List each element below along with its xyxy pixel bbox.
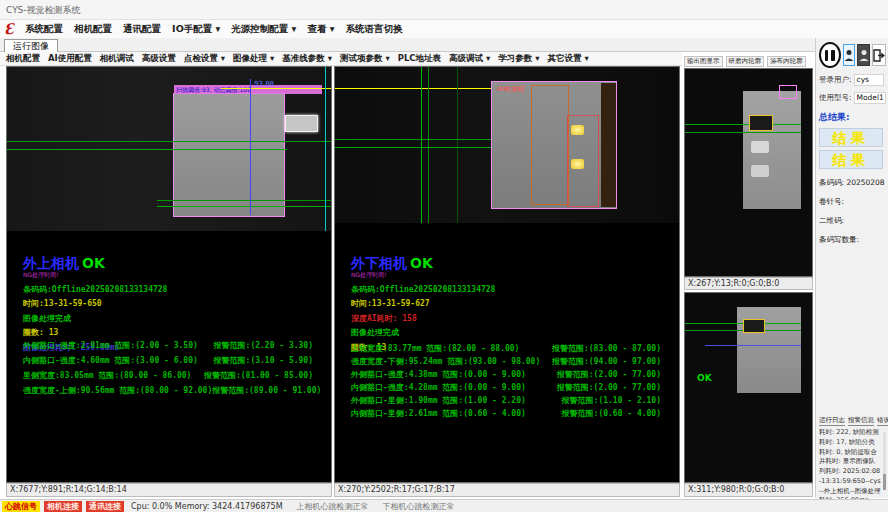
log-tab-alarm[interactable]: 报警信息 [848, 416, 874, 426]
menu-system-config[interactable]: 系统配置 [25, 23, 63, 36]
measure-line-vertical [457, 67, 458, 223]
app-logo-icon: Ɛ [3, 21, 15, 36]
measure-line [685, 124, 801, 125]
center-coordinate-readout: X:270;Y:2502;R:17;G:17;B:17 [334, 483, 680, 497]
count-line: 圈数: 13 [23, 327, 167, 338]
alarm-range: 报警范围:(94.00 - 97.00) [552, 356, 661, 369]
measure-line [157, 200, 331, 201]
login-user-field[interactable]: cys [854, 74, 884, 86]
thumb-image-1[interactable] [685, 69, 812, 276]
application-window: CYS-视觉检测系统 Ɛ 系统配置 相机配置 通讯配置 IO手配置 ▾ 光源控制… [0, 0, 888, 522]
tool-test-params[interactable]: 测试项参数 ▾ [340, 53, 390, 65]
center-camera-image[interactable]: AI检测框 [335, 67, 679, 223]
pause-button[interactable] [819, 42, 841, 68]
connector-region [285, 115, 318, 132]
measure-line-vertical [250, 79, 251, 215]
ai-roi-label: AI检测框 [497, 84, 525, 94]
camera-connection-badge: 相机连接 [44, 501, 82, 512]
measurement-text: 外侧豁口-强度:4.38mm 范围:(0.00 - 9.00) [351, 369, 526, 382]
write-count-label: 条码写数量: [819, 235, 886, 245]
result-status: OK [82, 255, 105, 271]
sidebar-button-row [819, 42, 886, 68]
login-user-row: 登录用户: cys [819, 74, 886, 86]
exit-button[interactable] [872, 44, 886, 66]
measurement-text: 内侧豁口-里侧:2.61mm 范围:(0.60 - 4.00) [351, 408, 526, 421]
right-sidebar: 登录用户: cys 使用型号: Model1 总结果: 结果 结果 条码码: 2… [815, 38, 888, 498]
alarm-range: 报警范围:(2.20 - 3.30) [214, 340, 313, 355]
toolbar: 相机配置 AI使用配置 相机调试 高级设置 点检设置 ▾ 图像处理 ▾ 基准线参… [0, 52, 682, 66]
tool-ai-usage-config[interactable]: AI使用配置 [48, 53, 92, 65]
thumb-tab-strip: 输出图显示 研磨内轮廓 涂布内轮廓 [684, 56, 814, 67]
model-row: 使用型号: Model1 [819, 92, 886, 104]
menu-comm-config[interactable]: 通讯配置 [123, 23, 161, 36]
reference-line [221, 88, 331, 89]
thumb-image-2[interactable]: OK [685, 293, 812, 482]
measurement-text: 内侧豁口-强度:4.60mm 范围:(3.00 - 6.00) [23, 355, 198, 370]
boundary-line [325, 67, 326, 231]
measure-line [685, 132, 801, 133]
time-line: 时间:13-31-59-627 [351, 298, 495, 309]
magenta-roi-box [779, 85, 797, 99]
left-camera-image[interactable]: 扫描阈值:93, 动态阈值:100 93.88 [7, 67, 331, 231]
tool-baseline-params[interactable]: 基准线参数 ▾ [282, 53, 332, 65]
window-title-bar[interactable]: CYS-视觉检测系统 [0, 0, 888, 20]
thumb-tab-output[interactable]: 输出图显示 [684, 56, 723, 67]
measure-value-label: 93.88 [254, 80, 274, 88]
result-box-lower: 结果 [819, 150, 883, 169]
measure-line [157, 206, 331, 207]
operator-button[interactable] [857, 44, 870, 66]
measurement-row: 强度宽度-上侧:90.56mm 范围:(88.00 - 92.00)报警范围:(… [23, 385, 313, 400]
alarm-range: 报警范围:(3.10 - 5.90) [214, 355, 313, 370]
menu-camera-config[interactable]: 相机配置 [74, 23, 112, 36]
roi-window [743, 319, 765, 333]
pause-icon [825, 50, 829, 61]
measure-line [7, 149, 287, 150]
menu-light-config[interactable]: 光源控制配置 ▾ [231, 23, 296, 36]
model-field[interactable]: Model1 [854, 92, 886, 104]
tool-advanced-debug[interactable]: 高级调试 ▾ [449, 53, 490, 65]
tool-other-settings[interactable]: 其它设置 ▾ [548, 53, 589, 65]
bright-spot [751, 141, 769, 153]
thumb-tab-grind-contour[interactable]: 研磨内轮廓 [726, 56, 765, 67]
window-title: CYS-视觉检测系统 [6, 5, 81, 15]
log-text: 耗时: 222, 缺陷检测耗时: 17, 缺陷分类耗时: 0, 缺陷提取合并耗时… [819, 428, 881, 504]
tool-learning-params[interactable]: 学习参数 ▾ [498, 53, 539, 65]
user-button[interactable] [843, 44, 856, 66]
measurement-row: 外侧豁口-强度:4.38mm 范围:(0.00 - 9.00)报警范围:(2.0… [351, 369, 661, 382]
alarm-range: 报警范围:(0.60 - 4.00) [562, 408, 661, 421]
reference-line [335, 88, 503, 89]
bright-spot [751, 165, 769, 177]
measure-line-vertical [428, 67, 429, 223]
log-tab-strip: 运行日志 报警信息 错误信息 [819, 416, 886, 426]
tool-plc-address[interactable]: PLC地址表 [398, 53, 441, 65]
log-scrollbar-thumb[interactable] [883, 474, 886, 490]
measurement-text: 外侧豁口-里侧:1.90mm 范围:(1.00 - 2.20) [351, 395, 526, 408]
menu-view[interactable]: 查看 ▾ [307, 23, 334, 36]
lower-camera-heartbeat-text: 下相机心跳检测正常 [383, 501, 455, 512]
cpu-memory-readout: Cpu: 0.0% Memory: 3424.41796875M [131, 502, 283, 511]
thumb-tab-coat-contour[interactable]: 涂布内轮廓 [767, 56, 806, 67]
tool-image-processing[interactable]: 图像处理 ▾ [233, 53, 274, 65]
left-result-block: 外上相机OK NG处理时间! 条码码:Offline20250208133134… [23, 255, 167, 353]
log-tab-run[interactable]: 运行日志 [819, 416, 845, 426]
operator-icon [859, 49, 869, 62]
left-measurements: 外侧豁口-强度:2.91mm 范围:(2.00 - 3.50)报警范围:(2.2… [23, 340, 313, 400]
process-line: 图像处理完成 [351, 327, 495, 338]
measurement-text: 强度宽度-下侧:95.24mm 范围:(93.00 - 98.00) [351, 356, 540, 369]
log-tab-error[interactable]: 错误信息 [877, 416, 888, 426]
alarm-range: 报警范围:(1.10 - 2.10) [562, 395, 661, 408]
roi-window [749, 115, 773, 131]
menu-io-config[interactable]: IO手配置 ▾ [172, 23, 220, 36]
center-result-block: 外下相机OK NG处理时间! 条码码:Offline20250208133134… [351, 255, 495, 353]
tab-run-image[interactable]: 运行图像 [4, 39, 58, 52]
alarm-range: 报警范围:(2.00 - 77.00) [557, 382, 661, 395]
tool-camera-config[interactable]: 相机配置 [6, 53, 40, 65]
tool-advanced-settings[interactable]: 高级设置 [142, 53, 176, 65]
tool-spot-check[interactable]: 点检设置 ▾ [184, 53, 225, 65]
measurement-row: 外侧豁口-里侧:1.90mm 范围:(1.00 - 2.20)报警范围:(1.1… [351, 395, 661, 408]
dark-edge-region [601, 83, 616, 207]
menu-language-switch[interactable]: 系统语言切换 [345, 23, 402, 36]
center-measurements: 上轮宽度:83.77mm 范围:(82.00 - 88.00)报警范围:(83.… [351, 343, 661, 421]
log-scrollbar[interactable] [883, 432, 886, 490]
tool-camera-debug[interactable]: 相机调试 [100, 53, 134, 65]
